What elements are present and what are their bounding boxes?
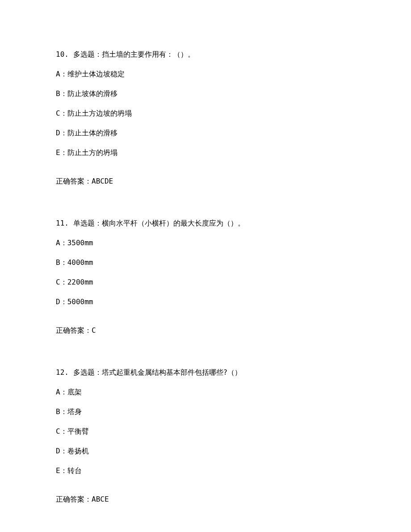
- question-number: 11.: [56, 219, 69, 227]
- option-d: D：防止土体的滑移: [56, 128, 355, 138]
- answer-value: C: [92, 326, 96, 335]
- option-letter: D：: [56, 447, 67, 455]
- option-c: C：2200mm: [56, 277, 355, 288]
- question-12: 12. 多选题：塔式起重机金属结构基本部件包括哪些?（） A：底架 B：塔身 C…: [56, 367, 355, 505]
- option-e: E：防止土方的坍塌: [56, 147, 355, 158]
- option-text: 防止土方边坡的坍塌: [67, 109, 132, 117]
- question-number: 12.: [56, 368, 69, 377]
- option-a: A：3500mm: [56, 238, 355, 248]
- option-letter: C：: [56, 427, 67, 436]
- option-letter: D：: [56, 129, 67, 137]
- option-text: 维护土体边坡稳定: [67, 70, 125, 78]
- answer-value: ABCDE: [92, 177, 113, 185]
- option-letter: E：: [56, 148, 67, 157]
- option-d: D：5000mm: [56, 297, 355, 307]
- option-b: B：塔身: [56, 406, 355, 417]
- option-letter: D：: [56, 297, 67, 306]
- answer-line: 正确答案：ABCE: [56, 494, 355, 505]
- answer-value: ABCE: [92, 495, 109, 503]
- option-c: C：防止土方边坡的坍塌: [56, 108, 355, 119]
- question-stem: 10. 多选题：挡土墙的主要作用有：（）。: [56, 49, 355, 60]
- option-letter: B：: [56, 407, 67, 416]
- option-letter: C：: [56, 109, 67, 117]
- question-type: 单选题：: [73, 219, 102, 227]
- option-letter: A：: [56, 388, 67, 396]
- option-letter: B：: [56, 258, 67, 267]
- answer-label: 正确答案：: [56, 177, 92, 185]
- option-text: 5000mm: [67, 297, 93, 306]
- option-d: D：卷扬机: [56, 446, 355, 457]
- option-text: 防止土体的滑移: [67, 129, 117, 137]
- question-content: 塔式起重机金属结构基本部件包括哪些?（）: [102, 368, 242, 377]
- question-10: 10. 多选题：挡土墙的主要作用有：（）。 A：维护土体边坡稳定 B：防止坡体的…: [56, 49, 355, 187]
- answer-label: 正确答案：: [56, 495, 92, 503]
- option-c: C：平衡臂: [56, 426, 355, 437]
- option-text: 塔身: [67, 407, 82, 416]
- question-stem: 11. 单选题：横向水平杆（小横杆）的最大长度应为（）。: [56, 218, 355, 229]
- option-letter: C：: [56, 278, 67, 286]
- question-11: 11. 单选题：横向水平杆（小横杆）的最大长度应为（）。 A：3500mm B：…: [56, 218, 355, 336]
- option-a: A：维护土体边坡稳定: [56, 69, 355, 80]
- option-letter: E：: [56, 466, 67, 475]
- option-b: B：防止坡体的滑移: [56, 88, 355, 99]
- question-content: 横向水平杆（小横杆）的最大长度应为（）。: [102, 219, 245, 227]
- option-letter: A：: [56, 239, 67, 247]
- option-text: 防止坡体的滑移: [67, 89, 117, 98]
- question-stem: 12. 多选题：塔式起重机金属结构基本部件包括哪些?（）: [56, 367, 355, 378]
- question-number: 10.: [56, 50, 69, 59]
- question-content: 挡土墙的主要作用有：（）。: [102, 50, 195, 59]
- answer-label: 正确答案：: [56, 326, 92, 335]
- option-text: 防止土方的坍塌: [67, 148, 117, 157]
- option-text: 2200mm: [67, 278, 93, 286]
- option-letter: B：: [56, 89, 67, 98]
- option-a: A：底架: [56, 387, 355, 398]
- option-text: 卷扬机: [67, 447, 89, 455]
- question-type: 多选题：: [73, 50, 102, 59]
- option-text: 4000mm: [67, 258, 93, 267]
- option-e: E：转台: [56, 465, 355, 476]
- question-type: 多选题：: [73, 368, 102, 377]
- option-text: 平衡臂: [67, 427, 89, 436]
- option-text: 3500mm: [67, 239, 93, 247]
- option-text: 底架: [67, 388, 82, 396]
- option-b: B：4000mm: [56, 257, 355, 268]
- answer-line: 正确答案：C: [56, 325, 355, 336]
- option-letter: A：: [56, 70, 67, 78]
- option-text: 转台: [67, 466, 82, 475]
- answer-line: 正确答案：ABCDE: [56, 176, 355, 187]
